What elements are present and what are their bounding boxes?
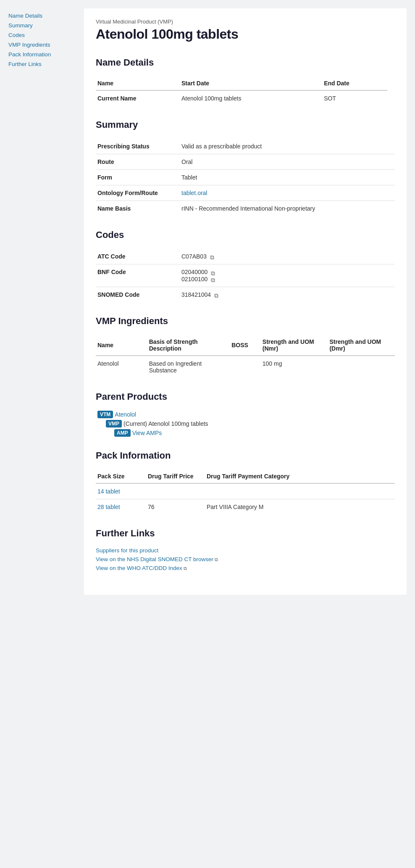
copy-icon[interactable]: ⧉ (211, 270, 217, 276)
summary-value-cell: Valid as a prescribable product (180, 139, 395, 154)
name-details-col-name: Name (96, 77, 180, 90)
sidebar-link-summary[interactable]: Summary (8, 22, 76, 29)
name-details-col-startdate: Start Date (180, 77, 322, 90)
sidebar-link-codes[interactable]: Codes (8, 32, 76, 38)
page-title: Atenolol 100mg tablets (96, 26, 395, 42)
table-row: Form Tablet (96, 170, 395, 185)
external-link-icon: ⧉ (215, 557, 218, 562)
name-value: Atenolol 100mg tablets (180, 90, 322, 106)
sidebar-link-name-details[interactable]: Name Details (8, 13, 76, 19)
pack-table: Pack Size Drug Tariff Price Drug Tariff … (96, 470, 395, 514)
further-link[interactable]: View on the WHO ATC/DDD Index⧉ (96, 565, 395, 571)
copy-icon[interactable]: ⧉ (210, 254, 216, 260)
vmp-ingredients-title: VMP Ingredients (96, 316, 395, 328)
summary-value-cell: Oral (180, 154, 395, 170)
summary-value: Oral (181, 158, 192, 165)
further-link[interactable]: Suppliers for this product (96, 547, 395, 554)
end-date (387, 90, 395, 106)
summary-label: Route (96, 154, 180, 170)
code-values-cell: C07AB03 ⧉ (180, 249, 395, 264)
table-row: Name Basis rINN - Recommended Internatio… (96, 201, 395, 216)
pack-information-section: Pack Information Pack Size Drug Tariff P… (96, 450, 395, 514)
summary-title: Summary (96, 119, 395, 132)
vmp-badge: VMP (106, 420, 122, 427)
name-label: Current Name (96, 90, 180, 106)
sidebar: Name DetailsSummaryCodesVMP IngredientsP… (8, 8, 76, 595)
ing-name: Atenolol (96, 356, 147, 378)
main-content: Virtual Medicinal Product (VMP) Atenolol… (84, 8, 407, 595)
ing-col-boss: BOSS (230, 335, 261, 356)
pack-col-size: Pack Size (96, 470, 146, 483)
sidebar-link-further-links[interactable]: Further Links (8, 61, 76, 67)
table-row: ATC Code C07AB03 ⧉ (96, 249, 395, 264)
code-label: ATC Code (96, 249, 180, 264)
pack-price: 76 (146, 499, 205, 515)
page-header: Virtual Medicinal Product (VMP) Atenolol… (96, 18, 395, 49)
summary-section: Summary Prescribing Status Valid as a pr… (96, 119, 395, 216)
summary-value-cell: Tablet (180, 170, 395, 185)
summary-label: Prescribing Status (96, 139, 180, 154)
name-details-col-enddate: End Date (322, 77, 387, 90)
table-row: Atenolol Based on Ingredient Substance 1… (96, 356, 395, 378)
pack-col-category: Drug Tariff Payment Category (205, 470, 395, 483)
sidebar-link-pack-information[interactable]: Pack Information (8, 51, 76, 58)
ing-col-basis: Basis of Strength Description (147, 335, 230, 356)
name-details-section: Name Details Name Start Date End Date Cu… (96, 57, 395, 106)
pack-size-link[interactable]: 28 tablet (97, 504, 120, 510)
pack-col-price: Drug Tariff Price (146, 470, 205, 483)
amp-item: AMP View AMPs (114, 429, 395, 437)
pack-size-link[interactable]: 14 tablet (97, 488, 120, 495)
ontology-link[interactable]: tablet.oral (181, 190, 207, 196)
code-label: BNF Code (96, 264, 180, 287)
vmp-label: Virtual Medicinal Product (VMP) (96, 18, 395, 25)
vtm-item: VTM Atenolol (97, 411, 395, 418)
table-row: Prescribing Status Valid as a prescribab… (96, 139, 395, 154)
table-row: BNF Code 02040000 ⧉02100100 ⧉ (96, 264, 395, 287)
ing-col-nmr: Strength and UOM (Nmr) (261, 335, 328, 356)
further-link[interactable]: View on the NHS Digital SNOMED CT browse… (96, 556, 395, 562)
pack-information-title: Pack Information (96, 450, 395, 463)
summary-value: Valid as a prescribable product (181, 143, 262, 150)
codes-table: ATC Code C07AB03 ⧉ BNF Code 02040000 ⧉02… (96, 249, 395, 302)
ingredients-table: Name Basis of Strength Description BOSS … (96, 335, 395, 378)
parent-products-section: Parent Products VTM Atenolol VMP (Curren… (96, 391, 395, 437)
name-details-title: Name Details (96, 57, 395, 70)
codes-section: Codes ATC Code C07AB03 ⧉ BNF Code 020400… (96, 230, 395, 302)
ing-col-name: Name (96, 335, 147, 356)
further-links-section: Further Links Suppliers for this product… (96, 528, 395, 571)
ing-boss (230, 356, 261, 378)
code-values-cell: 318421004 ⧉ (180, 287, 395, 302)
ing-col-dmr: Strength and UOM (Dmr) (328, 335, 395, 356)
vmp-current-label: (Current) Atenolol 100mg tablets (123, 420, 208, 427)
pack-size-cell: 14 tablet (96, 483, 146, 499)
table-row: Current Name Atenolol 100mg tablets SOT (96, 90, 395, 106)
sidebar-link-vmp-ingredients[interactable]: VMP Ingredients (8, 42, 76, 48)
further-links-title: Further Links (96, 528, 395, 541)
summary-value-cell: rINN - Recommended International Non-pro… (180, 201, 395, 216)
code-value: 02040000 ⧉ (181, 269, 393, 275)
vtm-link[interactable]: Atenolol (115, 411, 136, 418)
copy-icon[interactable]: ⧉ (214, 292, 220, 298)
codes-title: Codes (96, 230, 395, 242)
summary-value: Tablet (181, 174, 197, 181)
table-row: Ontology Form/Route tablet.oral (96, 185, 395, 201)
amp-badge: AMP (114, 429, 131, 437)
copy-icon[interactable]: ⧉ (211, 277, 217, 282)
pack-size-cell: 28 tablet (96, 499, 146, 515)
summary-label: Form (96, 170, 180, 185)
vmp-item: VMP (Current) Atenolol 100mg tablets (106, 420, 395, 427)
code-values-cell: 02040000 ⧉02100100 ⧉ (180, 264, 395, 287)
table-row: 28 tablet 76 Part VIIIA Category M (96, 499, 395, 515)
ing-basis: Based on Ingredient Substance (147, 356, 230, 378)
ing-nmr: 100 mg (261, 356, 328, 378)
ing-dmr (328, 356, 395, 378)
further-links-list: Suppliers for this productView on the NH… (96, 547, 395, 571)
pack-category (205, 483, 395, 499)
view-amps-link[interactable]: View AMPs (132, 430, 162, 436)
vtm-badge: VTM (97, 411, 113, 418)
code-value: 318421004 ⧉ (181, 291, 393, 298)
parent-products-title: Parent Products (96, 391, 395, 404)
summary-table: Prescribing Status Valid as a prescribab… (96, 139, 395, 216)
pack-price (146, 483, 205, 499)
summary-label: Name Basis (96, 201, 180, 216)
